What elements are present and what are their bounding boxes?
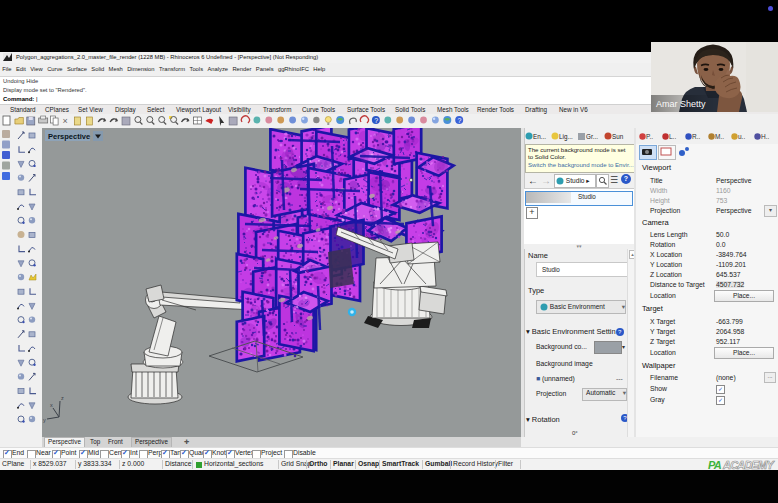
svg-text:×: × xyxy=(63,116,68,126)
svg-text:x: x xyxy=(50,402,53,408)
svg-text:y: y xyxy=(43,417,46,423)
svg-text:Perspective: Perspective xyxy=(48,132,90,141)
svg-text:z: z xyxy=(61,395,64,401)
svg-text:?: ? xyxy=(458,117,462,124)
svg-text:?: ? xyxy=(374,117,378,124)
svg-text:Amar Shetty: Amar Shetty xyxy=(656,99,706,109)
